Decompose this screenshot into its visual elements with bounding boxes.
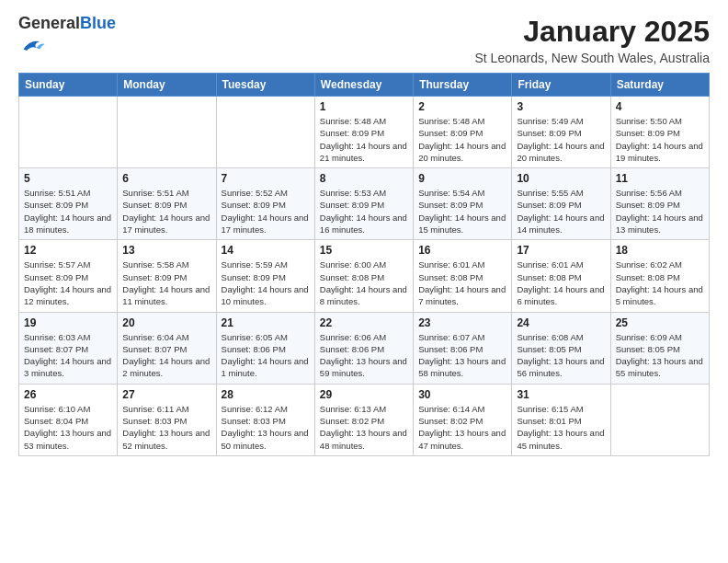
calendar-header-row: SundayMondayTuesdayWednesdayThursdayFrid… <box>19 74 710 97</box>
day-number: 26 <box>24 388 112 401</box>
calendar-cell: 16Sunrise: 6:01 AM Sunset: 8:08 PM Dayli… <box>414 240 512 312</box>
day-info: Sunrise: 6:00 AM Sunset: 8:08 PM Dayligh… <box>320 259 408 307</box>
day-info: Sunrise: 6:12 AM Sunset: 8:03 PM Dayligh… <box>222 403 310 452</box>
calendar-cell: 3Sunrise: 5:49 AM Sunset: 8:09 PM Daylig… <box>512 97 610 168</box>
calendar-cell: 30Sunrise: 6:14 AM Sunset: 8:02 PM Dayli… <box>414 384 512 455</box>
day-number: 25 <box>616 316 704 329</box>
day-info: Sunrise: 6:08 AM Sunset: 8:05 PM Dayligh… <box>517 331 605 380</box>
calendar-cell: 9Sunrise: 5:54 AM Sunset: 8:09 PM Daylig… <box>414 168 512 240</box>
day-info: Sunrise: 5:48 AM Sunset: 8:09 PM Dayligh… <box>320 115 408 164</box>
calendar-cell: 29Sunrise: 6:13 AM Sunset: 8:02 PM Dayli… <box>314 384 413 455</box>
day-number: 24 <box>517 316 605 329</box>
weekday-header-friday: Friday <box>512 74 610 97</box>
weekday-header-sunday: Sunday <box>19 74 118 97</box>
calendar-cell: 26Sunrise: 6:10 AM Sunset: 8:04 PM Dayli… <box>19 384 118 455</box>
day-info: Sunrise: 5:51 AM Sunset: 8:09 PM Dayligh… <box>122 187 210 236</box>
day-info: Sunrise: 6:14 AM Sunset: 8:02 PM Dayligh… <box>418 403 506 452</box>
day-info: Sunrise: 5:56 AM Sunset: 8:09 PM Dayligh… <box>616 187 704 236</box>
calendar-table: SundayMondayTuesdayWednesdayThursdayFrid… <box>18 73 710 456</box>
day-number: 19 <box>24 316 112 329</box>
day-number: 15 <box>320 244 408 257</box>
calendar-cell <box>19 97 118 168</box>
calendar-cell: 24Sunrise: 6:08 AM Sunset: 8:05 PM Dayli… <box>512 312 610 384</box>
day-number: 9 <box>418 172 506 185</box>
day-number: 4 <box>616 100 704 113</box>
day-number: 1 <box>320 100 408 113</box>
logo-bird-icon <box>20 33 46 59</box>
day-info: Sunrise: 6:05 AM Sunset: 8:06 PM Dayligh… <box>222 331 310 380</box>
calendar-cell: 20Sunrise: 6:04 AM Sunset: 8:07 PM Dayli… <box>118 312 216 384</box>
calendar-cell: 7Sunrise: 5:52 AM Sunset: 8:09 PM Daylig… <box>216 168 314 240</box>
calendar-cell: 23Sunrise: 6:07 AM Sunset: 8:06 PM Dayli… <box>414 312 512 384</box>
calendar-cell: 13Sunrise: 5:58 AM Sunset: 8:09 PM Dayli… <box>118 240 216 312</box>
calendar-cell: 25Sunrise: 6:09 AM Sunset: 8:05 PM Dayli… <box>610 312 709 384</box>
calendar-cell: 4Sunrise: 5:50 AM Sunset: 8:09 PM Daylig… <box>610 97 709 168</box>
day-number: 16 <box>418 244 506 257</box>
calendar-cell <box>610 384 709 455</box>
calendar-cell: 11Sunrise: 5:56 AM Sunset: 8:09 PM Dayli… <box>610 168 709 240</box>
calendar-cell: 31Sunrise: 6:15 AM Sunset: 8:01 PM Dayli… <box>512 384 610 455</box>
calendar-week-row: 19Sunrise: 6:03 AM Sunset: 8:07 PM Dayli… <box>19 312 710 384</box>
day-info: Sunrise: 5:55 AM Sunset: 8:09 PM Dayligh… <box>517 187 605 236</box>
calendar-cell: 1Sunrise: 5:48 AM Sunset: 8:09 PM Daylig… <box>314 97 413 168</box>
calendar-week-row: 12Sunrise: 5:57 AM Sunset: 8:09 PM Dayli… <box>19 240 710 312</box>
day-number: 13 <box>122 244 210 257</box>
calendar-cell: 17Sunrise: 6:01 AM Sunset: 8:08 PM Dayli… <box>512 240 610 312</box>
day-number: 28 <box>222 388 310 401</box>
logo: GeneralBlue <box>18 15 116 63</box>
day-info: Sunrise: 5:52 AM Sunset: 8:09 PM Dayligh… <box>222 187 310 236</box>
day-info: Sunrise: 6:07 AM Sunset: 8:06 PM Dayligh… <box>418 331 506 380</box>
calendar-cell: 12Sunrise: 5:57 AM Sunset: 8:09 PM Dayli… <box>19 240 118 312</box>
day-info: Sunrise: 6:06 AM Sunset: 8:06 PM Dayligh… <box>320 331 408 380</box>
calendar-cell: 19Sunrise: 6:03 AM Sunset: 8:07 PM Dayli… <box>19 312 118 384</box>
day-number: 3 <box>517 100 605 113</box>
weekday-header-monday: Monday <box>118 74 216 97</box>
day-info: Sunrise: 5:57 AM Sunset: 8:09 PM Dayligh… <box>24 259 112 307</box>
calendar-cell <box>216 97 314 168</box>
day-number: 18 <box>616 244 704 257</box>
weekday-header-thursday: Thursday <box>414 74 512 97</box>
day-info: Sunrise: 5:49 AM Sunset: 8:09 PM Dayligh… <box>517 115 605 164</box>
day-info: Sunrise: 6:15 AM Sunset: 8:01 PM Dayligh… <box>517 403 605 452</box>
day-info: Sunrise: 6:09 AM Sunset: 8:05 PM Dayligh… <box>616 331 704 380</box>
logo-blue-text: Blue <box>80 14 116 32</box>
day-number: 30 <box>418 388 506 401</box>
calendar-cell <box>118 97 216 168</box>
logo-general-text: General <box>18 14 80 32</box>
calendar-cell: 18Sunrise: 6:02 AM Sunset: 8:08 PM Dayli… <box>610 240 709 312</box>
day-info: Sunrise: 6:01 AM Sunset: 8:08 PM Dayligh… <box>517 259 605 307</box>
day-number: 27 <box>122 388 210 401</box>
day-number: 12 <box>24 244 112 257</box>
day-info: Sunrise: 5:53 AM Sunset: 8:09 PM Dayligh… <box>320 187 408 236</box>
calendar-cell: 6Sunrise: 5:51 AM Sunset: 8:09 PM Daylig… <box>118 168 216 240</box>
day-info: Sunrise: 6:02 AM Sunset: 8:08 PM Dayligh… <box>616 259 704 307</box>
day-info: Sunrise: 6:03 AM Sunset: 8:07 PM Dayligh… <box>24 331 112 380</box>
calendar-cell: 5Sunrise: 5:51 AM Sunset: 8:09 PM Daylig… <box>19 168 118 240</box>
calendar-cell: 28Sunrise: 6:12 AM Sunset: 8:03 PM Dayli… <box>216 384 314 455</box>
day-number: 11 <box>616 172 704 185</box>
day-info: Sunrise: 6:01 AM Sunset: 8:08 PM Dayligh… <box>418 259 506 307</box>
day-number: 22 <box>320 316 408 329</box>
day-number: 6 <box>122 172 210 185</box>
calendar-cell: 8Sunrise: 5:53 AM Sunset: 8:09 PM Daylig… <box>314 168 413 240</box>
day-number: 14 <box>222 244 310 257</box>
calendar-cell: 27Sunrise: 6:11 AM Sunset: 8:03 PM Dayli… <box>118 384 216 455</box>
calendar-cell: 10Sunrise: 5:55 AM Sunset: 8:09 PM Dayli… <box>512 168 610 240</box>
day-info: Sunrise: 5:54 AM Sunset: 8:09 PM Dayligh… <box>418 187 506 236</box>
day-number: 23 <box>418 316 506 329</box>
day-number: 17 <box>517 244 605 257</box>
day-info: Sunrise: 5:48 AM Sunset: 8:09 PM Dayligh… <box>418 115 506 164</box>
calendar-week-row: 1Sunrise: 5:48 AM Sunset: 8:09 PM Daylig… <box>19 97 710 168</box>
day-info: Sunrise: 6:10 AM Sunset: 8:04 PM Dayligh… <box>24 403 112 452</box>
month-title: January 2025 <box>475 15 711 49</box>
title-block: January 2025 St Leonards, New South Wale… <box>475 15 711 65</box>
day-number: 21 <box>222 316 310 329</box>
day-number: 20 <box>122 316 210 329</box>
day-number: 8 <box>320 172 408 185</box>
day-number: 5 <box>24 172 112 185</box>
weekday-header-saturday: Saturday <box>610 74 709 97</box>
day-info: Sunrise: 5:50 AM Sunset: 8:09 PM Dayligh… <box>616 115 704 164</box>
day-info: Sunrise: 6:04 AM Sunset: 8:07 PM Dayligh… <box>122 331 210 380</box>
day-number: 7 <box>222 172 310 185</box>
calendar-cell: 2Sunrise: 5:48 AM Sunset: 8:09 PM Daylig… <box>414 97 512 168</box>
